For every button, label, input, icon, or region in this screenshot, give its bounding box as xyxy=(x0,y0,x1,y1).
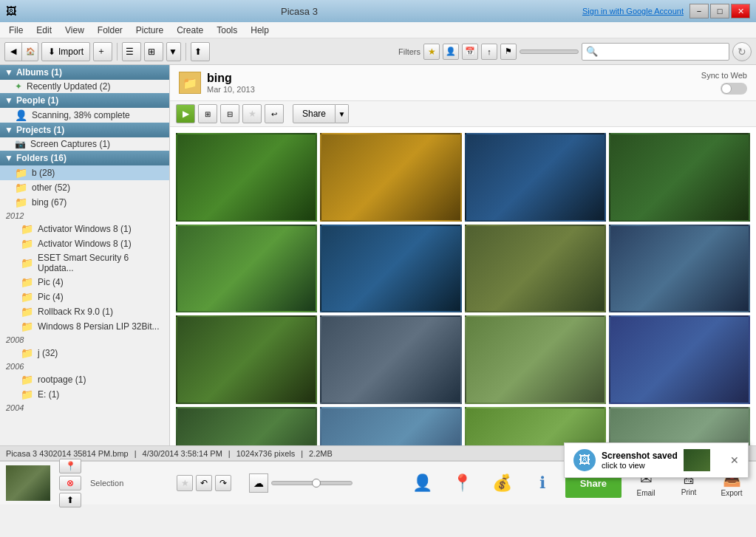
maximize-button[interactable]: □ xyxy=(710,4,729,18)
folder-bing-item[interactable]: 📁 bing (67) xyxy=(0,195,169,210)
info-icon-bottom[interactable]: ℹ xyxy=(525,466,559,500)
folder-other-item[interactable]: 📁 other (52) xyxy=(0,180,169,195)
folder-other-label: other (52) xyxy=(32,182,70,193)
folder-activator2[interactable]: 📁 Activator Windows 8 (1) xyxy=(0,236,169,251)
flag-filter-btn[interactable]: ⚑ xyxy=(500,44,517,60)
folders-section-header[interactable]: ▼ Folders (16) xyxy=(0,151,169,165)
photo-thumb-2[interactable] xyxy=(320,133,461,222)
import-button[interactable]: ⬇ Import xyxy=(41,42,90,61)
list-view-button[interactable]: ☰ xyxy=(122,42,141,61)
upload-filter-btn[interactable]: ↑ xyxy=(481,44,497,60)
people-scanning-item: 👤 Scanning, 38% complete xyxy=(0,108,169,123)
folder-icon: 📁 xyxy=(21,321,33,332)
menu-picture[interactable]: Picture xyxy=(130,24,169,37)
folder-b-item[interactable]: 📁 b (28) xyxy=(0,165,169,180)
upload-cloud-btn[interactable]: ☁ xyxy=(249,473,268,493)
folder-icon: 📁 xyxy=(21,238,33,250)
location-icon-bottom[interactable]: 📍 xyxy=(446,466,480,500)
photo-thumb-15[interactable] xyxy=(465,407,606,445)
folder-rootpage[interactable]: 📁 rootpage (1) xyxy=(0,372,169,387)
photo-thumb-3[interactable] xyxy=(465,133,606,222)
screenshot-notification[interactable]: 🖼 Screenshot saved click to view ✕ xyxy=(564,442,749,478)
sync-toggle[interactable] xyxy=(721,83,747,95)
bottom-left-actions: 📍 ⊗ ⬆ xyxy=(59,459,81,507)
photo-thumb-8[interactable] xyxy=(609,225,750,313)
recently-updated-item[interactable]: ✦ Recently Updated (2) xyxy=(0,80,169,93)
projects-arrow-icon: ▼ xyxy=(4,125,13,135)
sync-area: Sync to Web xyxy=(701,71,747,95)
selection-label: Selection xyxy=(90,479,123,488)
photo-thumb-10[interactable] xyxy=(320,315,461,404)
minimize-button[interactable]: − xyxy=(689,4,709,18)
photo-thumb-1[interactable] xyxy=(176,133,317,222)
upload-small-btn[interactable]: ⬆ xyxy=(59,493,81,507)
location-filter-btn[interactable]: 📅 xyxy=(462,44,478,60)
play-slideshow-button[interactable]: ▶ xyxy=(176,104,195,123)
photo-thumb-9[interactable] xyxy=(176,315,317,404)
person-filter-btn[interactable]: 👤 xyxy=(443,44,459,60)
face-detection-icon[interactable]: 👤 xyxy=(406,466,440,500)
home-btn[interactable]: 🏠 xyxy=(21,43,38,61)
bottom-back-btn[interactable]: ↶ xyxy=(196,475,212,491)
menu-tools[interactable]: Tools xyxy=(211,24,243,37)
folder-e[interactable]: 📁 E: (1) xyxy=(0,387,169,402)
star-button[interactable]: ★ xyxy=(242,104,262,123)
search-input[interactable] xyxy=(582,43,729,61)
folder-eset[interactable]: 📁 ESET Smart Security 6 Updata... xyxy=(0,251,169,275)
gold-icon-bottom[interactable]: 💰 xyxy=(486,466,520,500)
menu-create[interactable]: Create xyxy=(171,24,209,37)
photo-thumb-13[interactable] xyxy=(176,407,317,445)
photo-thumb-5[interactable] xyxy=(176,225,317,313)
upload-button[interactable]: ⬆ xyxy=(191,42,210,61)
sign-in-link[interactable]: Sign in with Google Account xyxy=(582,7,684,16)
bottom-star-btn[interactable]: ★ xyxy=(177,475,193,491)
photo-thumb-6[interactable] xyxy=(320,225,461,313)
share-button[interactable]: Share xyxy=(293,104,336,123)
pin-btn[interactable]: 📍 xyxy=(59,459,81,473)
folder-pic1[interactable]: 📁 Pic (4) xyxy=(0,275,169,290)
folder-j[interactable]: 📁 j (32) xyxy=(0,346,169,360)
star-filter-btn[interactable]: ★ xyxy=(423,44,440,60)
thumb-preview[interactable] xyxy=(6,465,50,501)
notification-close-button[interactable]: ✕ xyxy=(730,454,739,466)
menu-file[interactable]: File xyxy=(3,24,29,37)
folder-pic2[interactable]: 📁 Pic (4) xyxy=(0,290,169,304)
photo-tool-1[interactable]: ⊞ xyxy=(198,104,217,123)
menu-help[interactable]: Help xyxy=(245,24,275,37)
notification-thumbnail xyxy=(684,449,710,471)
target-btn[interactable]: ⊗ xyxy=(59,476,81,490)
photo-thumb-11[interactable] xyxy=(465,315,606,404)
screen-captures-item[interactable]: 📷 Screen Captures (1) xyxy=(0,137,169,151)
close-button[interactable]: ✕ xyxy=(731,4,750,18)
menu-edit[interactable]: Edit xyxy=(30,24,58,37)
photo-thumb-14[interactable] xyxy=(320,407,461,445)
view-dropdown[interactable]: ▼ xyxy=(166,42,181,61)
photo-thumb-7[interactable] xyxy=(465,225,606,313)
size-slider-track[interactable] xyxy=(271,481,353,485)
folder-activator1[interactable]: 📁 Activator Windows 8 (1) xyxy=(0,222,169,236)
bottom-forward-btn[interactable]: ↷ xyxy=(215,475,231,491)
photo-thumb-12[interactable] xyxy=(609,315,750,404)
menu-view[interactable]: View xyxy=(59,24,90,37)
grid-view-button[interactable]: ⊞ xyxy=(144,42,163,61)
menu-folder[interactable]: Folder xyxy=(92,24,129,37)
albums-section-header[interactable]: ▼ Albums (1) xyxy=(0,65,169,80)
status-filesize: 2.2MB xyxy=(309,449,333,458)
refresh-btn[interactable]: ↻ xyxy=(732,42,752,61)
folder-windows8[interactable]: 📁 Windows 8 Persian LIP 32Bit... xyxy=(0,319,169,334)
folder-other-icon: 📁 xyxy=(15,182,27,194)
people-section-header[interactable]: ▼ People (1) xyxy=(0,93,169,108)
photo-thumb-16[interactable] xyxy=(609,407,750,445)
main-area: ▼ Albums (1) ✦ Recently Updated (2) ▼ Pe… xyxy=(0,65,756,445)
folders-arrow-icon: ▼ xyxy=(4,153,13,163)
add-button[interactable]: ＋ xyxy=(93,42,112,61)
rotate-button[interactable]: ↩ xyxy=(265,104,284,123)
share-dropdown-button[interactable]: ▼ xyxy=(336,104,349,123)
projects-section-header[interactable]: ▼ Projects (1) xyxy=(0,123,169,137)
filter-slider[interactable] xyxy=(520,49,579,54)
app-title: Picasa 3 xyxy=(16,6,582,17)
folder-rollback[interactable]: 📁 Rollback Rx 9.0 (1) xyxy=(0,304,169,319)
photo-tool-2[interactable]: ⊟ xyxy=(220,104,239,123)
back-btn[interactable]: ◀ xyxy=(5,43,21,61)
photo-thumb-4[interactable] xyxy=(609,133,750,222)
